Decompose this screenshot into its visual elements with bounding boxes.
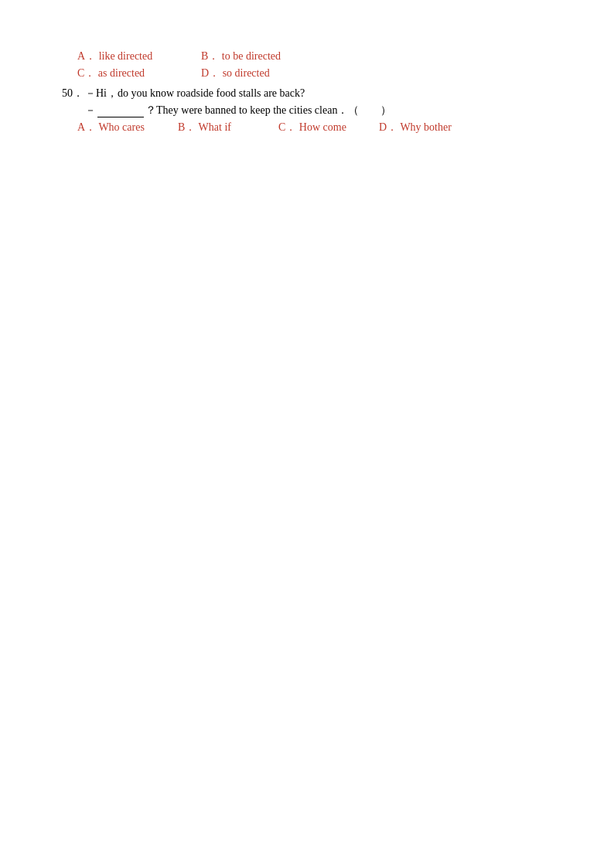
option-b: B． to be directed [201,49,325,63]
q50-option-a: A． Who cares [77,121,178,134]
question-50-dialogue1: －Hi，do you know roadside food stalls are… [85,87,305,100]
question-50-dialogue2: － ？They were banned to keep the cities c… [85,104,552,117]
q50-option-d: D． Why bother [379,121,479,134]
question-50-line: 50． －Hi，do you know roadside food stalls… [62,87,552,100]
option-d-text: so directed [223,67,270,79]
option-c-text: as directed [98,67,145,79]
option-c: C． as directed [77,66,201,80]
page: A． like directed B． to be directed C． as… [0,0,614,868]
q50-option-c-text: How come [299,121,346,133]
question-50-options: A． Who cares B． What if C． How come D． W… [77,121,552,134]
prev-question-options: A． like directed B． to be directed C． as… [62,49,552,80]
q50-option-a-letter: A． [77,121,96,133]
option-b-text: to be directed [222,50,281,62]
answer-blank [97,104,144,117]
option-a-letter: A． [77,50,96,62]
question-50-number: 50． [62,87,85,100]
option-d: D． so directed [201,66,325,80]
question-50: 50． －Hi，do you know roadside food stalls… [62,87,552,134]
option-a: A． like directed [77,49,201,63]
dialogue2-dash: － [85,104,96,117]
q50-option-b: B． What if [178,121,278,134]
q50-option-d-letter: D． [379,121,397,133]
q50-option-c-letter: C． [278,121,296,133]
option-c-letter: C． [77,67,95,79]
q50-option-c: C． How come [278,121,379,134]
option-d-letter: D． [201,67,220,79]
q50-option-b-letter: B． [178,121,196,133]
dialogue2-suffix: ？They were banned to keep the cities cle… [145,104,391,117]
option-b-letter: B． [201,50,219,62]
q50-option-b-text: What if [199,121,231,133]
option-a-text: like directed [99,50,153,62]
options-row-ab: A． like directed B． to be directed [77,49,552,63]
q50-option-a-text: Who cares [98,121,144,133]
q50-option-d-text: Why bother [400,121,451,133]
options-row-cd: C． as directed D． so directed [77,66,552,80]
